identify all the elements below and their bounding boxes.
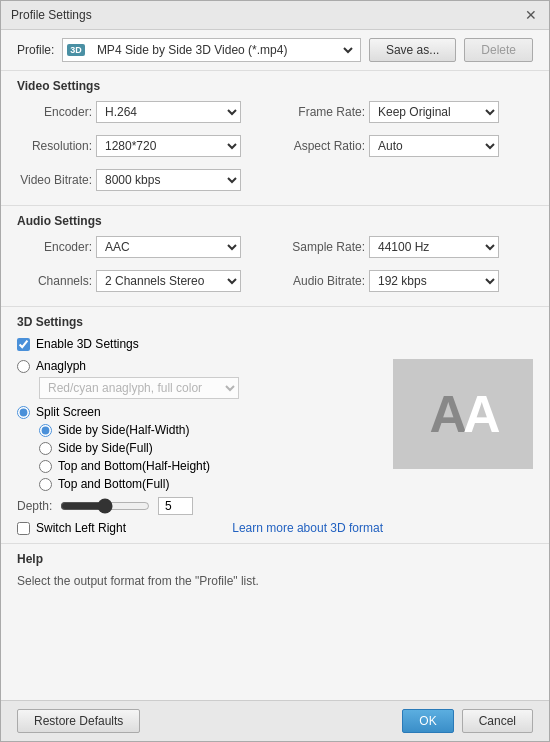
video-settings-grid: Encoder: H.264 Resolution: 1280*720 Vide… xyxy=(17,101,533,197)
audio-bitrate-row: Audio Bitrate: 192 kbps xyxy=(275,270,533,292)
learn-more-link[interactable]: Learn more about 3D format xyxy=(232,521,383,535)
depth-number-input[interactable] xyxy=(158,497,193,515)
anaglyph-radio[interactable] xyxy=(17,360,30,373)
frame-rate-label: Frame Rate: xyxy=(275,105,365,119)
depth-label: Depth: xyxy=(17,499,52,513)
sample-rate-label: Sample Rate: xyxy=(275,240,365,254)
help-section: Help Select the output format from the "… xyxy=(1,544,549,596)
profile-label: Profile: xyxy=(17,43,54,57)
audio-settings-header: Audio Settings xyxy=(17,214,533,228)
aa-preview-text: AA xyxy=(429,384,496,444)
profile-badge: 3D xyxy=(67,44,85,56)
top-bottom-full-radio[interactable] xyxy=(39,478,52,491)
aspect-ratio-row: Aspect Ratio: Auto xyxy=(275,135,533,157)
switch-lr-checkbox[interactable] xyxy=(17,522,30,535)
channels-label: Channels: xyxy=(17,274,92,288)
video-col-left: Encoder: H.264 Resolution: 1280*720 Vide… xyxy=(17,101,275,197)
channels-row: Channels: 2 Channels Stereo xyxy=(17,270,275,292)
anaglyph-label[interactable]: Anaglyph xyxy=(36,359,86,373)
side-by-side-half-radio[interactable] xyxy=(39,424,52,437)
delete-button[interactable]: Delete xyxy=(464,38,533,62)
top-bottom-half-label[interactable]: Top and Bottom(Half-Height) xyxy=(58,459,210,473)
aa-left: A xyxy=(429,385,463,443)
video-bitrate-select[interactable]: 8000 kbps xyxy=(96,169,241,191)
3d-settings-section: 3D Settings Enable 3D Settings Anaglyph … xyxy=(1,307,549,544)
ok-button[interactable]: OK xyxy=(402,709,453,733)
dialog-title: Profile Settings xyxy=(11,8,92,22)
3d-settings-header: 3D Settings xyxy=(17,315,533,329)
video-settings-header: Video Settings xyxy=(17,79,533,93)
enable-3d-row: Enable 3D Settings xyxy=(17,337,533,351)
audio-settings-grid: Encoder: AAC Channels: 2 Channels Stereo xyxy=(17,236,533,298)
help-text: Select the output format from the "Profi… xyxy=(17,574,533,588)
save-as-button[interactable]: Save as... xyxy=(369,38,456,62)
video-col-right: Frame Rate: Keep Original Aspect Ratio: … xyxy=(275,101,533,197)
frame-rate-select[interactable]: Keep Original xyxy=(369,101,499,123)
audio-col-left: Encoder: AAC Channels: 2 Channels Stereo xyxy=(17,236,275,298)
aspect-ratio-label: Aspect Ratio: xyxy=(275,139,365,153)
audio-bitrate-label: Audio Bitrate: xyxy=(275,274,365,288)
audio-bitrate-select[interactable]: 192 kbps xyxy=(369,270,499,292)
sample-rate-row: Sample Rate: 44100 Hz xyxy=(275,236,533,258)
profile-settings-dialog: Profile Settings ✕ Profile: 3D MP4 Side … xyxy=(0,0,550,742)
ok-cancel-group: OK Cancel xyxy=(402,709,533,733)
aa-preview: AA xyxy=(393,359,533,469)
audio-encoder-label: Encoder: xyxy=(17,240,92,254)
top-bottom-full-label[interactable]: Top and Bottom(Full) xyxy=(58,477,169,491)
audio-settings-section: Audio Settings Encoder: AAC Channels: 2 … xyxy=(1,206,549,307)
sample-rate-select[interactable]: 44100 Hz xyxy=(369,236,499,258)
resolution-label: Resolution: xyxy=(17,139,92,153)
title-bar: Profile Settings ✕ xyxy=(1,1,549,30)
resolution-row: Resolution: 1280*720 xyxy=(17,135,275,157)
audio-encoder-select[interactable]: AAC xyxy=(96,236,241,258)
encoder-row: Encoder: H.264 xyxy=(17,101,275,123)
depth-row: Depth: xyxy=(17,497,383,515)
video-bitrate-label: Video Bitrate: xyxy=(17,173,92,187)
side-by-side-half-label[interactable]: Side by Side(Half-Width) xyxy=(58,423,189,437)
resolution-select[interactable]: 1280*720 xyxy=(96,135,241,157)
top-bottom-half-radio[interactable] xyxy=(39,460,52,473)
top-bottom-full-row: Top and Bottom(Full) xyxy=(39,477,383,491)
video-bitrate-row: Video Bitrate: 8000 kbps xyxy=(17,169,275,191)
split-screen-label[interactable]: Split Screen xyxy=(36,405,101,419)
switch-lr-label[interactable]: Switch Left Right xyxy=(36,521,126,535)
close-button[interactable]: ✕ xyxy=(523,7,539,23)
encoder-select[interactable]: H.264 xyxy=(96,101,241,123)
anaglyph-row: Anaglyph xyxy=(17,359,383,373)
depth-slider[interactable] xyxy=(60,499,150,513)
split-screen-radio[interactable] xyxy=(17,406,30,419)
audio-encoder-row: Encoder: AAC xyxy=(17,236,275,258)
top-bottom-half-row: Top and Bottom(Half-Height) xyxy=(39,459,383,473)
anaglyph-type-select[interactable]: Red/cyan anaglyph, full color xyxy=(39,377,239,399)
video-settings-section: Video Settings Encoder: H.264 Resolution… xyxy=(1,71,549,206)
bottom-bar: Restore Defaults OK Cancel xyxy=(1,700,549,741)
cancel-button[interactable]: Cancel xyxy=(462,709,533,733)
switch-row: Switch Left Right Learn more about 3D fo… xyxy=(17,521,383,535)
side-by-side-full-row: Side by Side(Full) xyxy=(39,441,383,455)
frame-rate-row: Frame Rate: Keep Original xyxy=(275,101,533,123)
channels-select[interactable]: 2 Channels Stereo xyxy=(96,270,241,292)
side-by-side-full-label[interactable]: Side by Side(Full) xyxy=(58,441,153,455)
aa-right: A xyxy=(463,385,497,443)
profile-dropdown[interactable]: MP4 Side by Side 3D Video (*.mp4) xyxy=(89,40,356,60)
profile-row: Profile: 3D MP4 Side by Side 3D Video (*… xyxy=(1,30,549,71)
aspect-ratio-select[interactable]: Auto xyxy=(369,135,499,157)
settings-content: Video Settings Encoder: H.264 Resolution… xyxy=(1,71,549,700)
side-by-side-half-row: Side by Side(Half-Width) xyxy=(39,423,383,437)
enable-3d-checkbox[interactable] xyxy=(17,338,30,351)
encoder-label: Encoder: xyxy=(17,105,92,119)
enable-3d-label[interactable]: Enable 3D Settings xyxy=(36,337,139,351)
anaglyph-select-wrapper: Red/cyan anaglyph, full color xyxy=(39,377,383,399)
audio-col-right: Sample Rate: 44100 Hz Audio Bitrate: 192… xyxy=(275,236,533,298)
3d-content: Anaglyph Red/cyan anaglyph, full color S… xyxy=(17,359,533,535)
side-by-side-full-radio[interactable] xyxy=(39,442,52,455)
restore-defaults-button[interactable]: Restore Defaults xyxy=(17,709,140,733)
3d-left-panel: Anaglyph Red/cyan anaglyph, full color S… xyxy=(17,359,383,535)
switch-left-group: Switch Left Right xyxy=(17,521,126,535)
help-header: Help xyxy=(17,552,533,566)
split-screen-row: Split Screen xyxy=(17,405,383,419)
split-screen-options: Side by Side(Half-Width) Side by Side(Fu… xyxy=(39,423,383,491)
